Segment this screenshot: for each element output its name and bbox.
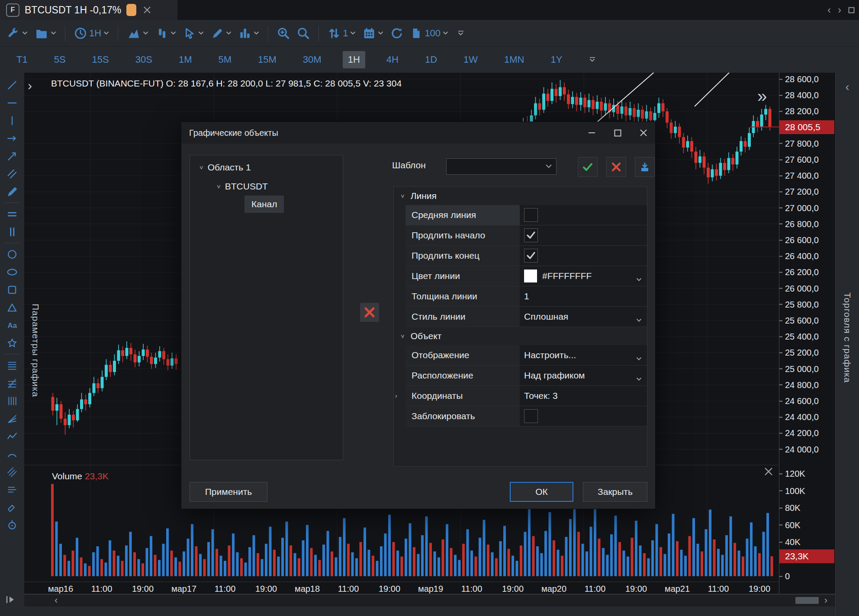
refresh-button[interactable] — [387, 24, 407, 43]
zoom-in-button[interactable] — [273, 24, 293, 43]
property-row[interactable]: Цвет линии#FFFFFFFF — [405, 266, 647, 286]
new-tab-icon[interactable] — [848, 7, 855, 13]
expand-bottom-left-icon[interactable] — [5, 595, 16, 604]
property-row[interactable]: Стиль линииСплошная — [405, 307, 647, 327]
tool-channel-icon[interactable] — [3, 463, 21, 481]
marker-button[interactable] — [207, 24, 235, 43]
expander-icon[interactable]: › — [395, 392, 397, 399]
tool-fib-fan-icon[interactable] — [3, 410, 21, 427]
tool-marker-icon[interactable] — [3, 183, 21, 200]
clock-button[interactable]: 1H — [71, 24, 113, 43]
close-button[interactable]: Закрыть — [583, 482, 647, 502]
chevron-down-icon[interactable] — [254, 31, 259, 35]
chevron-down-icon[interactable] — [350, 31, 356, 35]
tool-compass-icon[interactable] — [3, 516, 21, 534]
sort-button[interactable]: 1 — [324, 24, 359, 43]
chart-columns-button[interactable] — [235, 24, 263, 43]
timeframe-30s[interactable]: 30S — [130, 51, 158, 68]
property-row[interactable]: Заблокировать — [405, 406, 647, 427]
timeframe-1h[interactable]: 1H — [343, 51, 365, 68]
chevron-down-icon[interactable] — [226, 31, 232, 35]
wrench-button[interactable] — [3, 24, 31, 43]
timeframe-1d[interactable]: 1D — [420, 51, 442, 68]
timeframe-1m[interactable]: 1M — [174, 51, 197, 68]
template-save-button[interactable] — [635, 157, 655, 177]
property-row[interactable]: Продлить начало — [405, 225, 647, 246]
timeframe-1w[interactable]: 1W — [458, 51, 483, 68]
chart-trading-panel-label[interactable]: Торговля с графика — [842, 292, 853, 383]
delete-object-button[interactable] — [360, 303, 379, 322]
tree-node-area[interactable]: ˅ Область 1 — [199, 162, 251, 173]
expand-left-tools-icon[interactable]: › — [28, 78, 32, 93]
chevron-down-icon[interactable] — [143, 31, 148, 35]
tool-line-horizontal-icon[interactable] — [3, 94, 21, 112]
tool-zigzag-icon[interactable] — [3, 427, 21, 445]
tree-node-channel-selected[interactable]: Канал — [245, 196, 284, 213]
color-swatch[interactable] — [524, 270, 537, 282]
horizontal-scrollbar[interactable]: ‹ › — [24, 594, 835, 606]
property-row[interactable]: Толщина линии1 — [405, 286, 647, 307]
tool-star-icon[interactable] — [3, 334, 21, 352]
chart-bars-button[interactable] — [152, 24, 180, 43]
scrollbar-thumb[interactable] — [795, 597, 819, 604]
collapse-panel-icon[interactable]: ‹ — [846, 80, 849, 94]
chevron-down-icon[interactable] — [378, 31, 383, 35]
dialog-minimize-icon[interactable] — [586, 127, 597, 138]
tab-close-icon[interactable] — [142, 4, 153, 16]
tabs-scroll-right-icon[interactable]: › — [838, 4, 841, 16]
template-apply-button[interactable] — [578, 157, 598, 177]
apply-button[interactable]: Применить — [190, 482, 267, 502]
tool-ellipse-icon[interactable] — [3, 263, 21, 281]
tool-line-vertical-icon[interactable] — [3, 112, 21, 129]
template-delete-button[interactable] — [606, 157, 626, 177]
tool-levels-horizontal-icon[interactable] — [3, 205, 21, 223]
property-row[interactable]: РасположениеНад графиком — [405, 366, 647, 386]
dialog-maximize-icon[interactable] — [612, 127, 623, 138]
dialog-titlebar[interactable]: Графические объекты — [181, 122, 655, 144]
property-row[interactable]: ОтображениеНастроить... — [405, 345, 647, 366]
ok-button[interactable]: ОК — [510, 482, 573, 502]
tool-parallel-lines-icon[interactable] — [3, 165, 21, 183]
tool-eraser-icon[interactable] — [3, 498, 21, 516]
search-button[interactable] — [293, 24, 313, 43]
checkbox[interactable] — [524, 208, 538, 222]
checkbox-checked[interactable] — [524, 249, 538, 263]
tool-fib-time-zones-icon[interactable] — [3, 392, 21, 410]
chevron-down-icon[interactable] — [636, 373, 642, 383]
scroll-right-icon[interactable]: › — [824, 595, 827, 606]
tool-line-diagonal-icon[interactable] — [3, 76, 21, 94]
chevron-down-icon[interactable] — [636, 353, 642, 363]
chevron-down-icon[interactable] — [636, 273, 642, 284]
chart-tab[interactable]: F BTCUSDT 1H -0,17% — [0, 0, 177, 20]
section-header-линия[interactable]: ˅Линия — [394, 187, 647, 205]
scroll-left-icon[interactable]: ‹ — [55, 595, 58, 606]
tabs-scroll-left-icon[interactable]: ‹ — [827, 4, 831, 16]
tool-rectangle-icon[interactable] — [3, 281, 21, 298]
timeframe-5s[interactable]: 5S — [49, 51, 71, 68]
checkbox-checked[interactable] — [524, 228, 538, 242]
timeframe-collapse-icon[interactable] — [589, 57, 595, 62]
chevron-down-icon[interactable] — [636, 314, 642, 324]
dialog-close-icon[interactable] — [638, 127, 649, 138]
timeframe-5m[interactable]: 5M — [213, 51, 237, 68]
chart-area-button[interactable] — [123, 24, 152, 43]
section-header-объект[interactable]: ˅Объект — [394, 327, 647, 345]
chevron-down-icon[interactable] — [171, 31, 176, 35]
property-row[interactable]: Средняя линия — [405, 205, 647, 225]
chevron-down-icon[interactable] — [22, 31, 28, 35]
folder-button[interactable] — [31, 24, 60, 43]
checkbox[interactable] — [524, 409, 538, 423]
expand-right-icon[interactable]: » — [757, 87, 767, 106]
tool-text-icon[interactable]: Aa — [3, 316, 21, 334]
chevron-down-icon[interactable] — [103, 31, 109, 35]
timeframe-1mn[interactable]: 1MN — [499, 51, 529, 68]
timeframe-15s[interactable]: 15S — [87, 51, 114, 68]
timeframe-15m[interactable]: 15M — [253, 51, 282, 68]
tool-fib-channel-icon[interactable] — [3, 374, 21, 392]
tool-ray-horizontal-icon[interactable] — [3, 129, 21, 147]
tool-circle-icon[interactable] — [3, 245, 21, 263]
page-button[interactable]: 100 — [407, 24, 452, 43]
chart-parameters-panel-label[interactable]: Параметры графика — [30, 304, 41, 397]
tool-fib-retracement-icon[interactable] — [3, 356, 21, 374]
chevron-down-icon[interactable] — [51, 31, 56, 35]
